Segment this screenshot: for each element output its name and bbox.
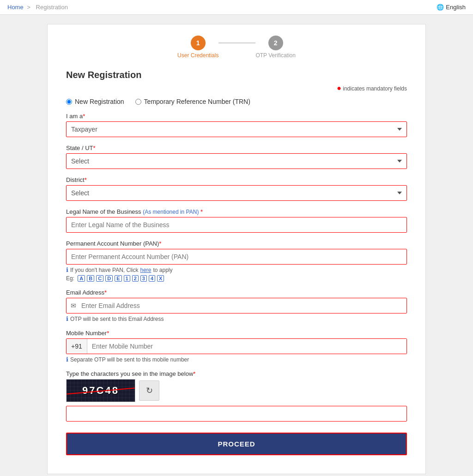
state-select[interactable]: Select	[66, 153, 407, 169]
email-info-icon: ℹ	[66, 315, 68, 322]
state-group: State / UT* Select	[66, 145, 407, 169]
info-icon: ℹ	[66, 266, 68, 273]
mobile-wrapper: +91	[66, 338, 407, 354]
legal-name-input[interactable]	[66, 217, 407, 233]
mobile-prefix: +91	[67, 339, 87, 354]
mandatory-note: ● indicates mandatory fields	[66, 84, 407, 92]
pan-info: ℹ If you don't have PAN, Click here to a…	[66, 266, 407, 273]
top-bar: Home > Registration 🌐 English	[0, 0, 473, 15]
pan-example: Eg: ABCDE 1234X	[66, 275, 407, 282]
radio-new-registration[interactable]: New Registration	[66, 98, 124, 105]
radio-trn[interactable]: Temporary Reference Number (TRN)	[135, 98, 250, 105]
step-1: 1 User Credentials	[177, 36, 218, 59]
step-1-circle: 1	[191, 36, 206, 50]
mobile-label: Mobile Number*	[66, 330, 407, 337]
breadcrumb-home[interactable]: Home	[7, 4, 24, 11]
email-info: ℹ OTP will be sent to this Email Address	[66, 315, 407, 322]
step-2-circle: 2	[268, 36, 283, 50]
captcha-section: Type the characters you see in the image…	[66, 370, 407, 422]
proceed-button[interactable]: PROCEED	[66, 433, 407, 455]
pan-link[interactable]: here	[140, 267, 151, 273]
breadcrumb-current: Registration	[36, 4, 68, 11]
i-am-a-label: I am a*	[66, 113, 407, 120]
registration-type-group: New Registration Temporary Reference Num…	[66, 98, 407, 105]
mobile-group: Mobile Number* +91 ℹ Separate OTP will b…	[66, 330, 407, 363]
breadcrumb: Home > Registration	[7, 4, 70, 11]
radio-new-input[interactable]	[66, 99, 72, 105]
pan-input[interactable]	[66, 249, 407, 265]
captcha-label: Type the characters you see in the image…	[66, 370, 407, 377]
step-1-label: User Credentials	[177, 52, 218, 59]
mobile-info-icon: ℹ	[66, 356, 68, 363]
state-label: State / UT*	[66, 145, 407, 151]
captcha-container: 97C48 ↻	[66, 379, 407, 402]
email-group: Email Address* ✉ ℹ OTP will be sent to t…	[66, 289, 407, 322]
pan-example-chars: ABCDE 1234X	[78, 275, 164, 282]
district-label: District*	[66, 176, 407, 183]
legal-name-hint: (As mentioned in PAN)	[143, 209, 199, 215]
i-am-a-group: I am a* Taxpayer Tax Deductor Tax Collec…	[66, 113, 407, 137]
page-title: New Registration	[66, 70, 407, 80]
language-label: English	[446, 4, 466, 11]
captcha-refresh-button[interactable]: ↻	[139, 380, 159, 401]
main-content: 1 User Credentials 2 OTP Verification Ne…	[47, 24, 426, 474]
red-dot: ●	[337, 84, 341, 92]
legal-name-label: Legal Name of the Business (As mentioned…	[66, 208, 407, 215]
email-wrapper: ✉	[66, 298, 407, 313]
language-selector[interactable]: 🌐 English	[437, 4, 466, 11]
captcha-input[interactable]	[66, 406, 407, 422]
legal-name-group: Legal Name of the Business (As mentioned…	[66, 208, 407, 233]
email-label: Email Address*	[66, 289, 407, 296]
step-2: 2 OTP Verification	[255, 36, 295, 59]
captcha-image: 97C48	[66, 379, 135, 402]
email-input[interactable]	[66, 298, 407, 313]
district-group: District* Select	[66, 176, 407, 201]
step-2-label: OTP Verification	[255, 52, 295, 59]
email-icon: ✉	[71, 302, 76, 309]
pan-label: Permanent Account Number (PAN)*	[66, 240, 407, 247]
pan-group: Permanent Account Number (PAN)* ℹ If you…	[66, 240, 407, 282]
i-am-a-select[interactable]: Taxpayer Tax Deductor Tax Collector GST …	[66, 121, 407, 137]
globe-icon: 🌐	[437, 4, 444, 11]
stepper: 1 User Credentials 2 OTP Verification	[66, 36, 407, 59]
mobile-input[interactable]	[87, 339, 406, 354]
district-select[interactable]: Select	[66, 185, 407, 201]
mobile-info: ℹ Separate OTP will be sent to this mobi…	[66, 356, 407, 363]
radio-trn-input[interactable]	[135, 99, 141, 105]
breadcrumb-separator: >	[27, 4, 30, 11]
step-connector	[218, 42, 255, 43]
